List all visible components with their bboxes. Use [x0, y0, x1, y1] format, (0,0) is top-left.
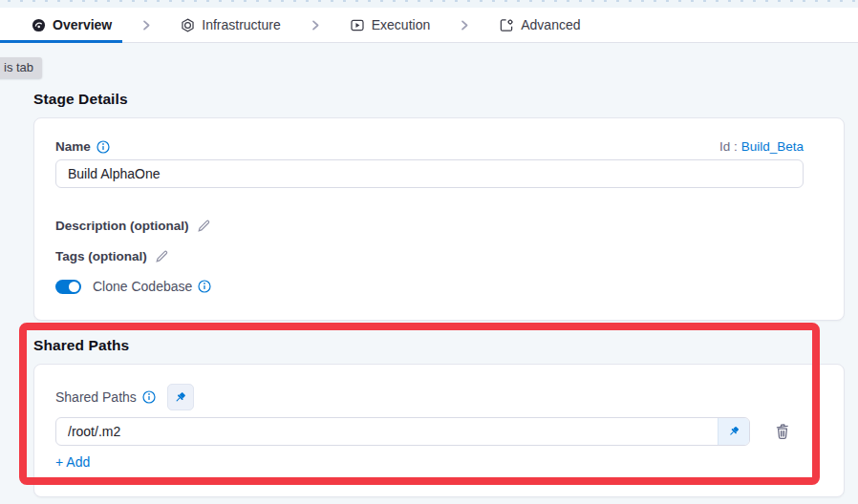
stage-overview-panel: Stage Details Name Id :Build_Beta Descri…	[0, 91, 858, 497]
shared-paths-heading: Shared Paths	[33, 337, 845, 354]
stage-name-input[interactable]	[55, 159, 804, 188]
info-icon[interactable]	[97, 140, 110, 154]
overview-icon	[32, 18, 46, 32]
info-icon[interactable]	[142, 390, 156, 404]
pipeline-canvas-strip	[0, 0, 858, 8]
shared-paths-label: Shared Paths	[55, 389, 156, 405]
chevron-right-icon	[459, 19, 470, 32]
name-label: Name	[55, 139, 110, 154]
tab-overview[interactable]: Overview	[32, 8, 112, 42]
execution-icon	[350, 18, 365, 32]
trash-icon	[773, 422, 792, 441]
pencil-icon	[197, 219, 211, 233]
stage-id-link[interactable]: Build_Beta	[741, 139, 804, 154]
description-label: Description (optional)	[55, 219, 189, 233]
stage-id: Id :Build_Beta	[719, 139, 804, 154]
infrastructure-icon	[181, 18, 195, 32]
tab-advanced-label: Advanced	[521, 17, 580, 32]
input-type-pin-button[interactable]	[167, 384, 194, 410]
input-type-pin-button[interactable]	[718, 418, 749, 445]
add-path-button[interactable]: + Add	[55, 454, 90, 470]
info-icon[interactable]	[198, 280, 211, 293]
delete-path-button[interactable]	[771, 420, 794, 443]
chevron-right-icon	[310, 19, 321, 32]
clone-codebase-label: Clone Codebase	[93, 279, 211, 294]
tab-execution-label: Execution	[372, 17, 430, 32]
stage-details-card: Name Id :Build_Beta Description (optiona…	[33, 117, 845, 321]
stage-details-heading: Stage Details	[33, 91, 845, 108]
clone-codebase-toggle[interactable]	[55, 280, 81, 294]
stage-tab-bar: Overview Infrastructure Execution Advanc…	[0, 8, 858, 43]
tab-infrastructure-label: Infrastructure	[202, 17, 280, 32]
pin-icon	[173, 390, 187, 405]
tab-overview-label: Overview	[53, 17, 112, 32]
tooltip-fragment: is tab	[0, 57, 42, 78]
shared-path-input[interactable]	[55, 417, 750, 446]
tags-label: Tags (optional)	[55, 249, 147, 263]
active-tab-underline	[0, 40, 122, 43]
tab-infrastructure[interactable]: Infrastructure	[181, 8, 280, 42]
tags-toggle[interactable]: Tags (optional)	[55, 249, 804, 263]
description-toggle[interactable]: Description (optional)	[55, 219, 804, 233]
toggle-knob	[69, 282, 79, 292]
shared-path-row	[55, 417, 804, 446]
advanced-icon	[499, 18, 514, 32]
shared-paths-card: Shared Paths	[33, 364, 845, 497]
pencil-icon	[155, 249, 169, 263]
chevron-right-icon	[140, 19, 152, 32]
tooltip-text: is tab	[4, 60, 33, 74]
tab-execution[interactable]: Execution	[350, 8, 430, 42]
tab-advanced[interactable]: Advanced	[499, 8, 580, 42]
pin-icon	[727, 425, 740, 438]
